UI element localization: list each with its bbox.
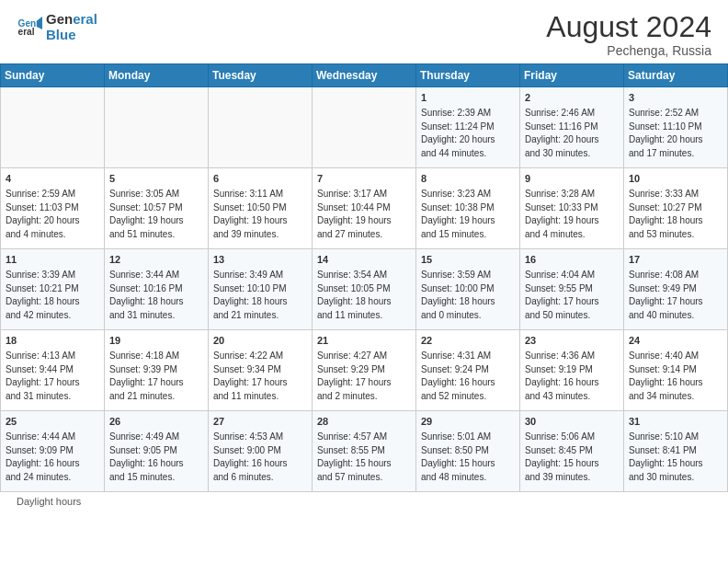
calendar-week-row: 4Sunrise: 2:59 AMSunset: 11:03 PMDayligh… (1, 168, 728, 249)
day-number: 28 (317, 415, 411, 430)
day-info: and 4 minutes. (525, 228, 619, 242)
day-info: Sunset: 11:24 PM (421, 121, 515, 134)
day-number: 9 (525, 172, 619, 187)
day-info: Daylight: 18 hours (6, 295, 99, 309)
day-number: 26 (109, 415, 203, 430)
day-info: and 48 minutes. (421, 471, 515, 485)
calendar-cell: 29Sunrise: 5:01 AMSunset: 8:50 PMDayligh… (416, 411, 520, 492)
day-info: Sunrise: 2:39 AM (421, 107, 515, 121)
calendar-cell: 3Sunrise: 2:52 AMSunset: 11:10 PMDayligh… (624, 87, 728, 168)
day-info: Sunrise: 4:40 AM (629, 350, 722, 363)
day-info: Daylight: 15 hours (421, 457, 515, 471)
day-info: Daylight: 17 hours (317, 376, 411, 390)
logo-icon: Gen eral (17, 14, 42, 40)
day-info: Daylight: 15 hours (629, 457, 722, 471)
calendar-week-row: 11Sunrise: 3:39 AMSunset: 10:21 PMDaylig… (1, 249, 728, 330)
day-info: Daylight: 15 hours (317, 457, 411, 471)
calendar-cell: 9Sunrise: 3:28 AMSunset: 10:33 PMDayligh… (520, 168, 624, 249)
day-info: and 11 minutes. (213, 390, 307, 404)
day-number: 6 (213, 172, 307, 187)
calendar-cell: 27Sunrise: 4:53 AMSunset: 9:00 PMDayligh… (209, 411, 313, 492)
day-info: Sunset: 10:38 PM (421, 201, 515, 215)
day-info: and 31 minutes. (109, 309, 203, 323)
day-info: Sunset: 10:27 PM (629, 201, 722, 215)
day-info: Sunset: 10:57 PM (109, 201, 203, 215)
day-info: and 30 minutes. (525, 147, 619, 161)
day-info: and 21 minutes. (109, 390, 203, 404)
day-info: and 24 minutes. (6, 471, 99, 485)
day-info: Daylight: 19 hours (213, 214, 307, 228)
day-info: Daylight: 18 hours (109, 295, 203, 309)
day-number: 7 (317, 172, 411, 187)
day-info: Daylight: 19 hours (421, 214, 515, 228)
calendar-cell: 20Sunrise: 4:22 AMSunset: 9:34 PMDayligh… (209, 330, 313, 411)
calendar-cell: 21Sunrise: 4:27 AMSunset: 9:29 PMDayligh… (313, 330, 416, 411)
day-info: Daylight: 16 hours (213, 457, 307, 471)
calendar-cell: 5Sunrise: 3:05 AMSunset: 10:57 PMDayligh… (105, 168, 209, 249)
day-info: Daylight: 18 hours (213, 295, 307, 309)
day-number: 27 (213, 415, 307, 430)
day-info: and 17 minutes. (629, 147, 722, 161)
footer: Daylight hours (0, 492, 728, 511)
day-number: 31 (629, 415, 722, 430)
day-info: and 34 minutes. (629, 390, 722, 404)
calendar-cell: 19Sunrise: 4:18 AMSunset: 9:39 PMDayligh… (105, 330, 209, 411)
day-info: Sunset: 9:49 PM (629, 282, 722, 296)
day-info: Sunrise: 5:01 AM (421, 431, 515, 444)
day-number: 21 (317, 334, 411, 349)
location-subtitle: Pechenga, Russia (546, 43, 711, 58)
day-number: 5 (109, 172, 203, 187)
day-info: Sunset: 9:19 PM (525, 363, 619, 377)
day-info: and 0 minutes. (421, 309, 515, 323)
day-info: Sunrise: 5:06 AM (525, 431, 619, 444)
calendar-cell: 16Sunrise: 4:04 AMSunset: 9:55 PMDayligh… (520, 249, 624, 330)
day-number: 29 (421, 415, 515, 430)
calendar-cell: 1Sunrise: 2:39 AMSunset: 11:24 PMDayligh… (416, 87, 520, 168)
day-info: Sunset: 9:34 PM (213, 363, 307, 377)
day-info: Sunrise: 4:27 AM (317, 350, 411, 363)
day-info: Sunset: 8:50 PM (421, 444, 515, 458)
day-info: and 15 minutes. (421, 228, 515, 242)
day-of-week-header: Sunday (1, 64, 105, 87)
day-number: 22 (421, 334, 515, 349)
calendar-header-row: SundayMondayTuesdayWednesdayThursdayFrid… (1, 64, 728, 87)
calendar-cell (105, 87, 209, 168)
day-of-week-header: Saturday (624, 64, 728, 87)
month-year-title: August 2024 (546, 11, 711, 43)
day-info: Daylight: 20 hours (629, 133, 722, 147)
svg-text:eral: eral (18, 27, 35, 37)
calendar-cell: 2Sunrise: 2:46 AMSunset: 11:16 PMDayligh… (520, 87, 624, 168)
day-info: Sunset: 9:39 PM (109, 363, 203, 377)
logo: Gen eral General Blue (17, 11, 97, 42)
calendar-cell (1, 87, 105, 168)
day-info: Sunset: 11:03 PM (6, 201, 99, 215)
day-info: Sunrise: 3:44 AM (109, 269, 203, 282)
day-info: Sunset: 9:05 PM (109, 444, 203, 458)
day-info: Sunrise: 4:31 AM (421, 350, 515, 363)
day-info: Sunrise: 2:52 AM (629, 107, 722, 121)
calendar-cell: 18Sunrise: 4:13 AMSunset: 9:44 PMDayligh… (1, 330, 105, 411)
day-number: 16 (525, 253, 619, 268)
day-info: Sunset: 9:00 PM (213, 444, 307, 458)
day-number: 2 (525, 91, 619, 106)
day-number: 11 (6, 253, 99, 268)
day-number: 15 (421, 253, 515, 268)
day-number: 12 (109, 253, 203, 268)
day-number: 30 (525, 415, 619, 430)
day-info: Daylight: 18 hours (421, 295, 515, 309)
day-of-week-header: Thursday (416, 64, 520, 87)
day-info: Daylight: 18 hours (629, 214, 722, 228)
day-info: and 43 minutes. (525, 390, 619, 404)
day-info: Sunset: 10:05 PM (317, 282, 411, 296)
calendar-cell: 4Sunrise: 2:59 AMSunset: 11:03 PMDayligh… (1, 168, 105, 249)
day-number: 3 (629, 91, 722, 106)
calendar-cell: 12Sunrise: 3:44 AMSunset: 10:16 PMDaylig… (105, 249, 209, 330)
day-number: 24 (629, 334, 722, 349)
calendar-cell (313, 87, 416, 168)
day-info: and 11 minutes. (317, 309, 411, 323)
calendar-cell: 17Sunrise: 4:08 AMSunset: 9:49 PMDayligh… (624, 249, 728, 330)
day-info: and 39 minutes. (525, 471, 619, 485)
day-info: Daylight: 17 hours (213, 376, 307, 390)
calendar-cell: 24Sunrise: 4:40 AMSunset: 9:14 PMDayligh… (624, 330, 728, 411)
calendar-cell: 6Sunrise: 3:11 AMSunset: 10:50 PMDayligh… (209, 168, 313, 249)
